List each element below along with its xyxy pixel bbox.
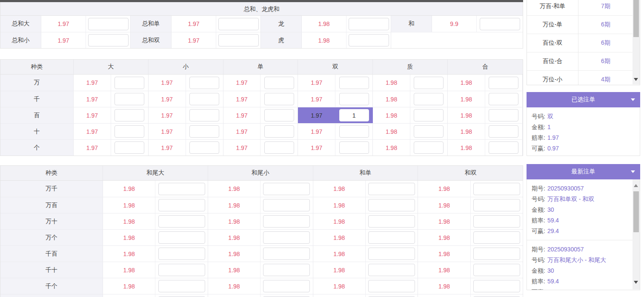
bet-amount-input[interactable] <box>339 93 369 105</box>
odds-cell[interactable]: 1.98 <box>448 140 485 156</box>
bet-amount-input[interactable] <box>263 215 310 228</box>
odds-cell[interactable]: 1.98 <box>208 262 260 278</box>
trend-scrollbar[interactable] <box>633 0 640 84</box>
bet-amount-input[interactable] <box>218 34 259 46</box>
odds-cell[interactable]: 1.98 <box>208 246 260 262</box>
bet-amount-input[interactable] <box>158 248 205 260</box>
odds-cell[interactable]: 1.98 <box>208 181 260 197</box>
odds-cell[interactable]: 1.98 <box>313 181 366 197</box>
bet-amount-input[interactable] <box>158 280 205 292</box>
bet-amount-input[interactable] <box>158 231 205 244</box>
bet-amount-input[interactable] <box>473 231 520 244</box>
odds-cell[interactable]: 1.98 <box>208 213 260 229</box>
bet-amount-input[interactable] <box>263 248 310 260</box>
odds-cell[interactable]: 1.97 <box>41 16 86 32</box>
bet-amount-input[interactable] <box>489 141 518 154</box>
bet-amount-input[interactable] <box>473 199 520 211</box>
odds-cell[interactable]: 1.98 <box>313 213 366 229</box>
odds-cell[interactable]: 1.98 <box>313 262 366 278</box>
odds-cell[interactable]: 1.97 <box>223 140 261 156</box>
odds-cell[interactable]: 1.98 <box>418 262 470 278</box>
scrollbar-thumb[interactable] <box>633 191 639 232</box>
bet-amount-input[interactable] <box>263 199 310 211</box>
bet-amount-input[interactable] <box>349 34 389 46</box>
odds-cell[interactable]: 1.98 <box>418 246 470 262</box>
odds-cell[interactable]: 1.97 <box>74 124 111 139</box>
odds-cell[interactable]: 1.98 <box>418 213 470 229</box>
bet-amount-input[interactable] <box>368 248 415 260</box>
odds-cell[interactable]: 1.98 <box>103 262 155 278</box>
odds-cell[interactable]: 1.97 <box>74 107 111 123</box>
bet-amount-input[interactable] <box>473 280 520 292</box>
bet-amount-input[interactable] <box>114 93 144 105</box>
odds-cell[interactable]: 1.97 <box>74 140 111 156</box>
bet-amount-input[interactable] <box>414 125 444 138</box>
bet-amount-input[interactable] <box>368 183 415 195</box>
trend-list-item[interactable]: 百位-双 6期 <box>527 34 633 52</box>
trend-list-item[interactable]: 百位-合 6期 <box>527 52 633 71</box>
odds-cell[interactable]: 1.97 <box>172 32 216 48</box>
bet-amount-input[interactable] <box>414 109 444 121</box>
odds-cell[interactable]: 9.9 <box>432 16 477 32</box>
odds-cell[interactable]: 1.97 <box>74 75 111 91</box>
scrollbar-thumb[interactable] <box>633 0 639 37</box>
bet-amount-input[interactable] <box>114 125 144 138</box>
bet-amount-input[interactable] <box>218 18 259 30</box>
odds-cell-selected[interactable]: 1.97 <box>298 107 335 123</box>
selected-bets-header[interactable]: 已选注单 <box>527 92 640 107</box>
bet-amount-input[interactable] <box>489 93 518 105</box>
bet-amount-input[interactable] <box>114 109 144 121</box>
bet-amount-input[interactable] <box>189 77 219 89</box>
bet-amount-input[interactable] <box>473 248 520 260</box>
bet-amount-input[interactable] <box>189 141 219 154</box>
odds-cell[interactable]: 1.97 <box>298 75 335 91</box>
bet-amount-input[interactable] <box>264 77 294 89</box>
odds-cell[interactable]: 1.98 <box>208 230 260 245</box>
chevron-down-icon[interactable] <box>631 170 635 173</box>
bet-amount-input[interactable] <box>339 77 369 89</box>
odds-cell[interactable]: 1.98 <box>103 278 155 294</box>
odds-cell[interactable]: 1.98 <box>103 230 155 245</box>
bet-amount-input[interactable] <box>414 93 444 105</box>
bet-amount-input[interactable] <box>264 141 294 154</box>
odds-cell[interactable]: 1.98 <box>313 278 366 294</box>
bet-amount-input[interactable] <box>489 77 518 89</box>
bet-amount-input[interactable] <box>368 231 415 244</box>
odds-cell[interactable]: 1.98 <box>302 16 346 32</box>
odds-cell[interactable]: 1.98 <box>448 107 485 123</box>
odds-cell[interactable]: 1.97 <box>223 107 261 123</box>
bet-amount-input[interactable] <box>489 109 518 121</box>
bet-amount-input[interactable] <box>368 215 415 228</box>
bet-amount-input[interactable] <box>489 125 518 138</box>
bet-amount-input[interactable] <box>339 109 369 121</box>
bet-amount-input[interactable] <box>114 141 144 154</box>
odds-cell[interactable]: 1.98 <box>302 32 346 48</box>
bet-amount-input[interactable] <box>414 141 444 154</box>
trend-list-item[interactable]: 万百-和单 7期 <box>527 0 633 16</box>
odds-cell[interactable]: 1.97 <box>41 32 86 48</box>
odds-cell[interactable]: 1.98 <box>103 246 155 262</box>
odds-cell[interactable]: 1.98 <box>418 181 470 197</box>
odds-cell[interactable]: 1.98 <box>208 197 260 213</box>
odds-cell[interactable]: 1.97 <box>298 91 335 107</box>
bet-amount-input[interactable] <box>88 18 129 30</box>
latest-bets-header[interactable]: 最新注单 <box>527 164 640 179</box>
odds-cell[interactable]: 1.98 <box>448 124 485 139</box>
bet-amount-input[interactable] <box>158 199 205 211</box>
bet-amount-input[interactable] <box>158 264 205 276</box>
odds-cell[interactable]: 1.97 <box>298 140 335 156</box>
bet-amount-input[interactable] <box>264 109 294 121</box>
odds-cell[interactable]: 1.97 <box>223 75 261 91</box>
odds-cell[interactable] <box>313 294 366 297</box>
bet-amount-input[interactable] <box>263 280 310 292</box>
bet-amount-input[interactable] <box>263 231 310 244</box>
bet-amount-input[interactable] <box>263 264 310 276</box>
bet-amount-input[interactable] <box>189 109 219 121</box>
bet-amount-input[interactable] <box>414 77 444 89</box>
bet-amount-input[interactable] <box>480 18 520 30</box>
scroll-up-icon[interactable] <box>634 184 638 187</box>
odds-cell[interactable]: 1.98 <box>373 140 410 156</box>
odds-cell[interactable]: 1.98 <box>418 230 470 245</box>
odds-cell[interactable]: 1.97 <box>223 124 261 139</box>
odds-cell[interactable]: 1.97 <box>223 91 261 107</box>
